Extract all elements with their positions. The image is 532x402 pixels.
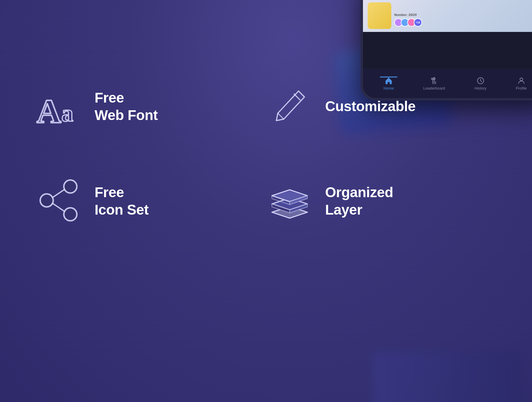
- layers-icon: [266, 177, 313, 225]
- svg-point-9: [40, 194, 53, 207]
- pencil-icon: [270, 87, 309, 126]
- share-icon: [36, 178, 82, 224]
- svg-line-12: [53, 203, 64, 211]
- phone-blur-bg: [372, 352, 520, 402]
- svg-text:a: a: [61, 100, 73, 126]
- icon-set-text: Free Icon Set: [95, 184, 149, 218]
- share-icon-wrap: [35, 177, 83, 225]
- svg-line-11: [53, 189, 64, 197]
- feature-icon-set: Free Icon Set: [35, 177, 266, 225]
- aa-icon-wrap: A a: [35, 83, 83, 130]
- feature-organized-layer: Organized Layer: [266, 177, 497, 225]
- organized-layer-label-2: Layer: [325, 202, 393, 218]
- feature-customizable: Customizable: [266, 83, 497, 130]
- customizable-label: Customizable: [325, 98, 416, 114]
- phone-card-content: Number: 20/20 +15: [394, 13, 532, 29]
- svg-point-3: [520, 78, 523, 80]
- phone-number-badge: Number: 20/20: [394, 13, 532, 17]
- svg-point-10: [64, 208, 77, 221]
- icon-set-label-2: Icon Set: [95, 202, 149, 218]
- customizable-text: Customizable: [325, 98, 416, 114]
- web-font-label-2: Web Font: [95, 107, 158, 123]
- aa-icon: A a: [35, 86, 83, 127]
- avatar-count: +15: [414, 18, 422, 27]
- web-font-text: Free Web Font: [95, 90, 158, 123]
- features-grid: A a Free Web Font: [0, 83, 532, 225]
- organized-layer-text: Organized Layer: [325, 184, 393, 218]
- svg-point-8: [64, 180, 77, 193]
- svg-text:A: A: [37, 93, 61, 127]
- feature-web-font: A a Free Web Font: [35, 83, 266, 130]
- layers-icon-wrap: [266, 177, 313, 225]
- organized-layer-label-1: Organized: [325, 184, 393, 200]
- phone-screen-top: Number: 20/20 +15: [363, 0, 532, 32]
- phone-card-yellow: [368, 2, 391, 29]
- svg-line-7: [294, 94, 300, 100]
- icon-set-label-1: Free: [95, 184, 149, 200]
- pencil-icon-wrap: [266, 83, 313, 130]
- web-font-label-1: Free: [95, 90, 158, 106]
- phone-avatars: +15: [394, 18, 532, 27]
- nav-active-indicator: [380, 77, 398, 77]
- svg-line-6: [278, 113, 284, 119]
